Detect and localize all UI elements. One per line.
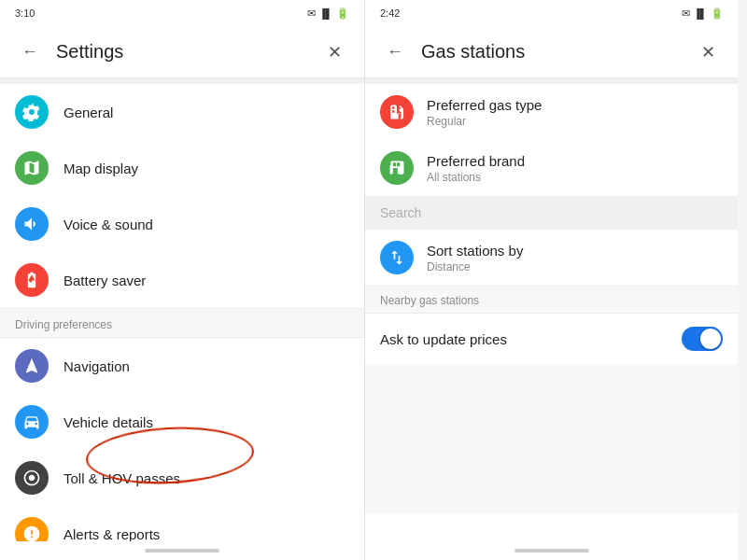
right-time: 2:42 xyxy=(380,7,400,19)
nearby-section-label: Nearby gas stations xyxy=(365,286,738,314)
right-back-button[interactable]: ← xyxy=(380,37,410,67)
preferred-brand-icon xyxy=(380,151,414,185)
sort-stations-sub: Distance xyxy=(427,260,523,273)
voice-sound-label: Voice & sound xyxy=(63,217,153,232)
menu-item-map-display[interactable]: Map display xyxy=(0,140,364,196)
preferred-gas-type-icon xyxy=(380,95,414,129)
menu-item-toll-hov[interactable]: Toll & HOV passes xyxy=(0,450,364,506)
toll-hov-icon xyxy=(15,461,49,495)
preferred-brand-text: Preferred brand All stations xyxy=(427,153,525,184)
map-display-icon xyxy=(15,151,49,185)
left-back-button[interactable]: ← xyxy=(15,37,45,67)
alerts-reports-label: Alerts & reports xyxy=(63,526,160,542)
map-display-label: Map display xyxy=(63,161,138,176)
left-panel: 3:10 ✉ ▐▌ 🔋 ← Settings ✕ General Map dis… xyxy=(0,0,364,560)
right-panel: 2:42 ✉ ▐▌ 🔋 ← Gas stations ✕ Preferred g… xyxy=(364,0,738,560)
voice-sound-icon xyxy=(15,207,49,241)
preferred-brand-title: Preferred brand xyxy=(427,153,525,169)
menu-item-voice-sound[interactable]: Voice & sound xyxy=(0,196,364,252)
right-header-title: Gas stations xyxy=(421,41,693,63)
left-header-title: Settings xyxy=(56,41,319,63)
navigation-label: Navigation xyxy=(63,358,130,374)
ask-update-prices-toggle[interactable] xyxy=(682,327,723,351)
left-bottom-bar xyxy=(0,541,364,560)
vehicle-details-icon xyxy=(15,405,49,439)
right-close-button[interactable]: ✕ xyxy=(693,37,723,67)
vehicle-details-label: Vehicle details xyxy=(63,414,153,430)
menu-item-vehicle-details[interactable]: Vehicle details xyxy=(0,394,364,450)
ask-update-prices-row: Ask to update prices xyxy=(365,314,738,364)
toll-hov-label: Toll & HOV passes xyxy=(63,470,180,486)
menu-item-alerts-reports[interactable]: Alerts & reports xyxy=(0,506,364,541)
right-status-bar: 2:42 ✉ ▐▌ 🔋 xyxy=(365,0,738,26)
alerts-reports-icon xyxy=(15,517,49,541)
preferred-gas-type-text: Preferred gas type Regular xyxy=(427,97,542,128)
menu-item-navigation[interactable]: Navigation xyxy=(0,338,364,394)
menu-item-battery-saver[interactable]: Battery saver xyxy=(0,252,364,308)
left-time: 3:10 xyxy=(15,7,35,19)
ask-update-prices-label: Ask to update prices xyxy=(380,331,507,347)
search-row[interactable]: Search xyxy=(365,196,738,230)
left-scroll-area: General Map display Voice & sound Batter… xyxy=(0,78,364,541)
general-label: General xyxy=(63,105,113,120)
left-status-bar: 3:10 ✉ ▐▌ 🔋 xyxy=(0,0,364,26)
empty-area xyxy=(365,364,738,513)
right-header: ← Gas stations ✕ xyxy=(365,26,738,78)
right-bottom-pill xyxy=(514,549,589,553)
preferred-gas-type-item[interactable]: Preferred gas type Regular xyxy=(365,84,738,140)
preferred-gas-type-sub: Regular xyxy=(427,115,542,128)
general-icon xyxy=(15,95,49,129)
sort-stations-item[interactable]: Sort stations by Distance xyxy=(365,230,738,286)
battery-saver-label: Battery saver xyxy=(63,273,146,288)
right-status-icons: ✉ ▐▌ 🔋 xyxy=(682,7,724,20)
preferred-gas-type-title: Preferred gas type xyxy=(427,97,542,113)
left-close-button[interactable]: ✕ xyxy=(319,37,349,67)
left-header: ← Settings ✕ xyxy=(0,26,364,78)
driving-preferences-header: Driving preferences xyxy=(0,308,364,338)
left-status-icons: ✉ ▐▌ 🔋 xyxy=(307,7,349,20)
navigation-icon xyxy=(15,349,49,383)
left-bottom-pill xyxy=(145,549,219,553)
sort-stations-title: Sort stations by xyxy=(427,243,523,259)
preferred-brand-sub: All stations xyxy=(427,171,525,184)
sort-stations-icon xyxy=(380,241,414,274)
sort-stations-text: Sort stations by Distance xyxy=(427,243,523,273)
right-bottom-bar xyxy=(365,541,738,560)
right-scroll-area: Preferred gas type Regular Preferred bra… xyxy=(365,78,738,541)
menu-item-general[interactable]: General xyxy=(0,84,364,140)
preferred-brand-item[interactable]: Preferred brand All stations xyxy=(365,140,738,196)
battery-saver-icon xyxy=(15,263,49,297)
